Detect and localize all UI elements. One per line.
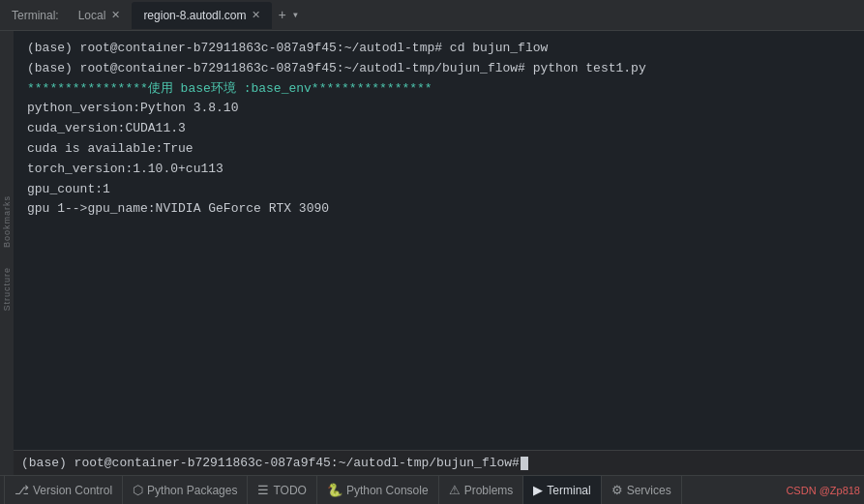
python-console-icon: 🐍 [327, 483, 343, 497]
terminal-line-4: python_version:Python 3.8.10 [27, 99, 850, 119]
version-control-label: Version Control [33, 484, 112, 497]
tab-local[interactable]: Local ✕ [67, 2, 133, 29]
csdn-badge: CSDN @Zp818 [786, 485, 860, 496]
tab-local-close[interactable]: ✕ [111, 9, 120, 21]
bottom-toolbar: ⎇ Version Control ⬡ Python Packages ☰ TO… [0, 475, 864, 504]
terminal-line-1: (base) root@container-b72911863c-087a9f4… [27, 39, 850, 59]
bottom-version-control[interactable]: ⎇ Version Control [4, 476, 123, 504]
bookmarks-strip-label: Bookmarks [3, 195, 12, 248]
terminal-body: (base) root@container-b72911863c-087a9f4… [14, 31, 864, 475]
terminal-line-3: ****************使用 base环境 :base_env*****… [27, 79, 850, 100]
python-packages-label: Python Packages [147, 484, 237, 497]
terminal-line-14: gpu 1-->gpu_name:NVIDIA GeForce RTX 3090 [27, 199, 850, 220]
services-icon: ⚙ [611, 483, 623, 497]
services-label: Services [627, 484, 671, 497]
terminal-line-12: gpu_count:1 [27, 180, 850, 200]
version-control-icon: ⎇ [15, 483, 29, 497]
tab-bar: Terminal: Local ✕ region-8.autodl.com ✕ … [0, 0, 864, 31]
new-tab-button[interactable]: + [272, 8, 291, 23]
tab-region8-close[interactable]: ✕ [252, 9, 260, 21]
terminal-line-10: torch_version:1.10.0+cu113 [27, 160, 850, 180]
final-prompt-text: (base) root@container-b72911863c-087a9f4… [21, 456, 520, 470]
terminal-tab-label: Terminal [547, 484, 590, 497]
bottom-terminal[interactable]: ▶ Terminal [523, 476, 601, 504]
bottom-python-packages[interactable]: ⬡ Python Packages [123, 476, 248, 504]
tab-local-label: Local [78, 9, 106, 22]
todo-icon: ☰ [257, 483, 269, 497]
terminal-cursor [521, 457, 528, 470]
bottom-todo[interactable]: ☰ TODO [248, 476, 316, 504]
problems-icon: ⚠ [449, 483, 461, 497]
tab-region8[interactable]: region-8.autodl.com ✕ [132, 2, 272, 29]
problems-label: Problems [464, 484, 514, 497]
terminal-line-2: (base) root@container-b72911863c-087a9f4… [27, 59, 850, 79]
terminal-line-6: cuda_version:CUDA11.3 [27, 119, 850, 139]
left-sidebar-strip: Bookmarks Structure [0, 31, 14, 475]
structure-strip-label: Structure [3, 267, 12, 311]
terminal-label: Terminal: [4, 9, 67, 22]
bottom-services[interactable]: ⚙ Services [602, 476, 682, 504]
terminal-final-prompt[interactable]: (base) root@container-b72911863c-087a9f4… [14, 450, 864, 475]
python-packages-icon: ⬡ [133, 483, 143, 497]
python-console-label: Python Console [346, 484, 429, 497]
tab-dropdown-button[interactable]: ▾ [292, 8, 299, 22]
terminal-line-8: cuda is available:True [27, 139, 850, 160]
terminal-icon: ▶ [533, 483, 543, 497]
bottom-python-console[interactable]: 🐍 Python Console [317, 476, 439, 504]
bottom-problems[interactable]: ⚠ Problems [439, 476, 524, 504]
todo-label: TODO [273, 484, 306, 497]
tab-region8-label: region-8.autodl.com [143, 9, 246, 22]
